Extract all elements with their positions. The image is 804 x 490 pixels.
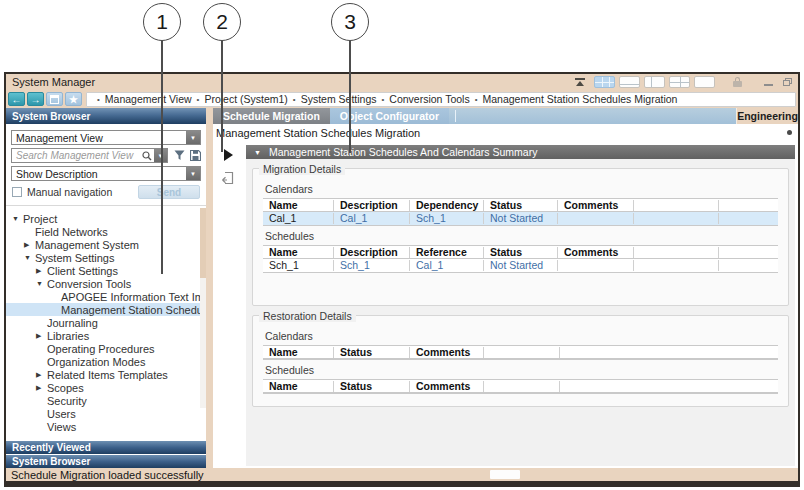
column-header[interactable]: Name — [263, 347, 333, 358]
search-icon[interactable] — [142, 151, 152, 161]
breadcrumb-separator-icon: • — [382, 95, 385, 104]
table-row[interactable]: Cal_1Cal_1Sch_1Not Started — [263, 212, 778, 225]
recently-viewed-bar[interactable]: Recently Viewed — [6, 441, 206, 454]
status-bar: Schedule Migration loaded successfully — [6, 468, 798, 481]
tree-item-operating-procedures[interactable]: Operating Procedures — [6, 342, 206, 355]
layout-top-bottom-button[interactable] — [619, 76, 640, 88]
favorites-star-icon[interactable]: ★ — [65, 92, 82, 106]
tree-item-label: Management System — [35, 239, 139, 251]
breadcrumb[interactable]: •Management View•Project (System1)•Syste… — [86, 92, 796, 107]
column-header[interactable]: Description — [333, 200, 409, 211]
tree-item-related-items-templates[interactable]: ▶Related Items Templates — [6, 368, 206, 381]
expanded-chevron-icon[interactable]: ▼ — [24, 254, 35, 261]
tree-item-field-networks[interactable]: Field Networks — [6, 225, 206, 238]
tree-item-conversion-tools[interactable]: ▼Conversion Tools — [6, 277, 206, 290]
system-browser-header[interactable]: System Browser — [6, 108, 206, 124]
breadcrumb-item[interactable]: Management View — [105, 93, 192, 105]
column-header[interactable]: Name — [263, 200, 333, 211]
tab-schedule-migration[interactable]: Schedule Migration — [213, 108, 330, 124]
description-dropdown[interactable]: Show Description ▼ — [11, 166, 201, 181]
column-header-filler — [483, 347, 559, 358]
system-browser-bar[interactable]: System Browser — [6, 455, 206, 468]
collapsed-chevron-icon[interactable]: ▶ — [36, 384, 47, 392]
tree-item-apogee-information-text-importer[interactable]: APOGEE Information Text Importer — [6, 290, 206, 303]
layout-four-pane-button[interactable] — [594, 76, 615, 88]
minimize-button[interactable] — [764, 84, 773, 86]
status-splitter-handle[interactable] — [490, 470, 520, 479]
search-input[interactable]: Search Management View ▼ — [11, 148, 168, 163]
back-button[interactable]: ← — [8, 92, 25, 106]
filter-funnel-icon[interactable] — [174, 150, 185, 161]
tab-object-configurator[interactable]: Object Configurator — [330, 108, 449, 124]
dock-collapse-icon[interactable] — [574, 78, 586, 87]
tree-item-label: Related Items Templates — [47, 369, 168, 381]
tree-scrollbar[interactable] — [200, 208, 206, 408]
column-header[interactable]: Dependency — [409, 200, 483, 211]
save-icon[interactable] — [190, 150, 201, 161]
tree-item-libraries[interactable]: ▶Libraries — [6, 329, 206, 342]
expanded-chevron-icon[interactable]: ▼ — [12, 215, 23, 222]
column-header[interactable]: Status — [333, 347, 409, 358]
view-dropdown[interactable]: Management View ▼ — [11, 130, 201, 145]
collapsed-chevron-icon[interactable]: ▶ — [24, 241, 35, 249]
recently-viewed-icon[interactable] — [46, 92, 63, 106]
page-title-row: Management Station Schedules Migration — [213, 124, 798, 141]
chevron-down-icon[interactable]: ▼ — [186, 167, 200, 180]
tree-item-management-station-schedules-migration[interactable]: Management Station Schedules Migration — [6, 303, 206, 316]
summary-header[interactable]: ▼ Management Station Schedules And Calen… — [246, 145, 795, 159]
breadcrumb-item[interactable]: Management Station Schedules Migration — [483, 93, 678, 105]
table-cell-filler — [633, 260, 718, 271]
lock-icon[interactable] — [733, 77, 742, 88]
chevron-down-icon[interactable]: ▼ — [186, 131, 200, 144]
panel-splitter[interactable] — [206, 108, 213, 468]
column-header[interactable]: Description — [333, 247, 409, 258]
breadcrumb-item[interactable]: Conversion Tools — [389, 93, 469, 105]
breadcrumb-separator-icon: • — [475, 95, 478, 104]
collapsed-chevron-icon[interactable]: ▶ — [36, 332, 47, 340]
breadcrumb-item[interactable]: System Settings — [301, 93, 377, 105]
tree-item-system-settings[interactable]: ▼System Settings — [6, 251, 206, 264]
tree-item-label: Operating Procedures — [47, 343, 155, 355]
column-header[interactable]: Status — [483, 247, 557, 258]
column-header[interactable]: Status — [333, 381, 409, 392]
column-header[interactable]: Comments — [557, 247, 633, 258]
column-header[interactable]: Comments — [557, 200, 633, 211]
tree-item-management-system[interactable]: ▶Management System — [6, 238, 206, 251]
summary-body: Migration DetailsCalendarsNameDescriptio… — [246, 159, 795, 466]
restore-button[interactable] — [783, 78, 792, 86]
manual-navigation-checkbox[interactable] — [12, 187, 22, 197]
tree-item-project[interactable]: ▼Project — [6, 212, 206, 225]
tree-item-client-settings[interactable]: ▶Client Settings — [6, 264, 206, 277]
tab-separator — [455, 110, 456, 122]
expanded-chevron-icon[interactable]: ▼ — [36, 280, 47, 287]
table-schedules: NameStatusComments — [263, 379, 778, 394]
column-header[interactable]: Comments — [409, 381, 483, 392]
tree-item-scopes[interactable]: ▶Scopes — [6, 381, 206, 394]
column-header[interactable]: Name — [263, 381, 333, 392]
send-button[interactable]: Send — [138, 185, 200, 199]
engineering-mode-label[interactable]: Engineering — [736, 108, 798, 124]
run-migration-button[interactable] — [224, 149, 233, 161]
column-header[interactable]: Reference — [409, 247, 483, 258]
tree-item-journaling[interactable]: Journaling — [6, 316, 206, 329]
column-header-filler — [718, 247, 778, 258]
column-header[interactable]: Comments — [409, 347, 483, 358]
status-message: Schedule Migration loaded successfully — [11, 469, 204, 481]
tree-item-security[interactable]: Security — [6, 394, 206, 407]
layout-grid-button[interactable] — [669, 76, 690, 88]
collapse-chevron-icon[interactable]: ▼ — [254, 149, 261, 156]
collapsed-chevron-icon[interactable]: ▶ — [36, 371, 47, 379]
column-header[interactable]: Status — [483, 200, 557, 211]
forward-button[interactable]: → — [27, 92, 44, 106]
tree-item-users[interactable]: Users — [6, 407, 206, 420]
restore-document-icon[interactable] — [221, 171, 235, 185]
layout-single-pane-button[interactable] — [694, 76, 715, 88]
pin-indicator-icon[interactable] — [787, 130, 792, 135]
column-header[interactable]: Name — [263, 247, 333, 258]
breadcrumb-item[interactable]: Project (System1) — [204, 93, 287, 105]
layout-left-right-button[interactable] — [644, 76, 665, 88]
collapsed-chevron-icon[interactable]: ▶ — [36, 267, 47, 275]
tree-item-views[interactable]: Views — [6, 420, 206, 433]
table-row[interactable]: Sch_1Sch_1Cal_1Not Started — [263, 259, 778, 272]
tree-item-organization-modes[interactable]: Organization Modes — [6, 355, 206, 368]
